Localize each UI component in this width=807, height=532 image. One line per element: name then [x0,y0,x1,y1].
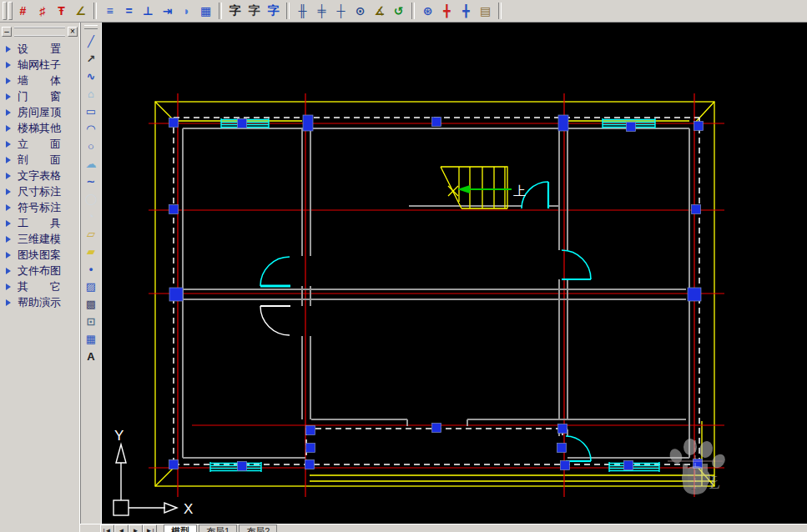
sidebar-menu-item[interactable]: 文件布图 [0,263,79,279]
circle-icon[interactable]: ○ [81,138,101,155]
text-insert-icon[interactable]: 字 [245,2,264,20]
expand-arrow-icon [6,220,11,227]
stair-up-label: 上 [513,183,526,198]
arc-wall-icon[interactable]: ◗ [177,2,196,20]
sidebar-menu-item[interactable]: 三维建模 [0,231,79,247]
axis-grid-lines [149,93,724,497]
screen-menu-header: – × [2,25,78,38]
toolbar-separator [219,3,222,19]
wall-section-icon[interactable]: ▦ [196,2,215,20]
text-style-icon[interactable]: 字 [264,2,283,20]
tarch-cad-window: { "app": {"background": "#d6d3ce", "canv… [0,0,807,532]
toolbar-separator [411,3,415,19]
dim-radius-icon[interactable]: ⊙ [351,2,370,20]
cloud-icon[interactable]: ☁ [81,155,101,173]
pan-icon[interactable]: ╋ [456,2,476,20]
sidebar-menu-item[interactable]: 墙 体 [0,73,79,88]
ellipse-icon[interactable]: ◯ [81,190,101,208]
toolbar-separator [93,3,97,19]
expand-arrow-icon [6,268,11,274]
expand-arrow-icon [6,141,11,148]
sidebar-menu-item[interactable]: 剖 面 [0,152,79,168]
minimize-button[interactable]: – [2,27,12,37]
stair-direction-arrow [457,185,512,193]
sidebar-menu-item[interactable]: 图块图案 [0,247,79,263]
axis-single-icon[interactable]: Ŧ [52,2,71,20]
sidebar-menu-item[interactable]: 符号标注 [0,199,79,215]
rectangle-icon[interactable]: ▭ [81,103,101,120]
arc-icon[interactable]: ◠ [81,120,101,138]
point-icon[interactable]: • [81,260,101,278]
sidebar-menu-item[interactable]: 工 具 [0,215,79,231]
tab-prev-button[interactable]: ◄ [114,524,129,532]
axis-grid-icon[interactable]: # [13,2,33,20]
expand-arrow-icon [6,236,11,243]
toolbar-drag-grip[interactable] [3,2,7,20]
axis-angle-icon[interactable]: ∠ [71,2,90,20]
expand-arrow-icon [6,109,11,116]
dim-angle-icon[interactable]: ∡ [370,2,389,20]
axis-bubble-icon[interactable]: ♯ [33,2,52,20]
floor-plan-canvas[interactable]: 上 Y [102,23,807,524]
draw-toolbar: ╱ ↗ ∿ ⌂ ▭ ◠ ○ ☁ ∼ ◯ ◔ ▱ [80,23,102,532]
staircase: 上 [441,167,526,208]
layout-tab[interactable]: 布局2 [239,524,277,532]
sidebar-menu-item[interactable]: 门 窗 [0,88,79,104]
sidebar-menu-item[interactable]: 尺寸标注 [0,183,79,199]
sidebar-menu-item[interactable]: 轴网柱子 [0,57,79,73]
dim-single-icon[interactable]: ┼ [331,2,351,20]
expand-arrow-icon [6,62,11,68]
expand-arrow-icon [6,188,11,195]
toolbar-drag-grip[interactable] [84,25,98,29]
hatch-icon[interactable]: ▨ [81,278,101,295]
sidebar-menu-item[interactable]: 文字表格 [0,168,79,183]
tab-next-button[interactable]: ► [129,524,143,532]
tab-first-button[interactable]: |◄ [100,524,114,532]
expand-arrow-icon [6,204,11,211]
wall-double-icon[interactable]: = [119,2,139,20]
image-icon[interactable]: ⊡ [81,313,101,330]
spline-icon[interactable]: ∼ [81,173,101,190]
pan-origin-icon[interactable]: ╋ [437,2,456,20]
polygon-icon[interactable]: ⌂ [81,85,101,103]
layout-tab[interactable]: 布局1 [199,524,237,532]
sidebar-menu-item[interactable]: 立 面 [0,136,79,152]
wall-base-icon[interactable]: ⊥ [139,2,158,20]
sidebar-menu-item[interactable]: 楼梯其他 [0,120,79,136]
selected-wall-dashes [174,118,699,464]
wall-insert-icon[interactable]: ≡ [100,2,119,20]
dim-pair-icon[interactable]: ╪ [312,2,331,20]
text-edit-icon[interactable]: 字 [225,2,245,20]
dim-update-icon[interactable]: ↺ [389,2,408,20]
double-line-icon[interactable]: ↗ [81,50,101,68]
wall-thickness-icon[interactable]: ⇥ [158,2,177,20]
text-icon[interactable]: A [81,348,101,365]
door-symbol-white [260,306,290,335]
close-button[interactable]: × [68,27,78,37]
polyline-icon[interactable]: ∿ [81,68,101,85]
block-icon[interactable]: ▰ [81,243,101,260]
screen-menu-panel: – × 设 置 轴网柱子 墙 体 门 窗 房间屋顶 楼梯其他 [0,23,80,532]
expand-arrow-icon [6,299,11,306]
panel-drag-grip[interactable] [14,27,65,37]
toolbar-drag-grip[interactable] [8,2,13,20]
view-group-icon[interactable]: ⊛ [418,2,437,20]
gradient-hatch-icon[interactable]: ▩ [81,295,101,313]
ellipse-arc-icon[interactable]: ◔ [81,208,101,225]
sidebar-menu-item[interactable]: 房间屋顶 [0,104,79,120]
layout-tab[interactable]: 模型 [164,524,197,532]
sidebar-menu-item[interactable]: 设 置 [0,41,79,57]
paste-block-icon[interactable]: ▤ [476,2,495,20]
expand-arrow-icon [6,78,11,84]
copy-object-icon[interactable]: ▱ [81,225,101,243]
line-icon[interactable]: ╱ [81,33,101,50]
ucs-y-label: Y [114,428,124,444]
tab-last-button[interactable]: ►| [143,524,157,532]
dim-chain-icon[interactable]: ╫ [293,2,312,20]
toolbar-separator [286,3,290,19]
table-icon[interactable]: ▦ [81,330,101,348]
sidebar-menu-item[interactable]: 帮助演示 [0,294,79,310]
sidebar-menu-item[interactable]: 其 它 [0,279,79,294]
selection-grips[interactable] [169,115,704,471]
expand-arrow-icon [6,46,11,53]
